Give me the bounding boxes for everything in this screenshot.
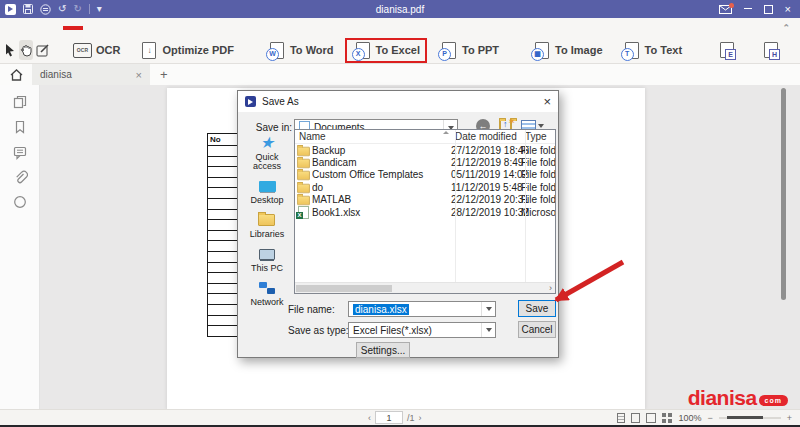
place-item[interactable]: This PC	[251, 246, 283, 273]
menu-item[interactable]	[143, 26, 163, 30]
menu-item[interactable]	[103, 26, 123, 30]
select-tool-button[interactable]	[3, 40, 16, 60]
convert-button[interactable]: X To Excel	[345, 38, 427, 63]
ocr-button[interactable]: OCR OCR	[66, 39, 127, 62]
save-as-type-combobox[interactable]: Excel Files(*.xlsx)	[348, 322, 496, 338]
column-header-type[interactable]: Type	[525, 131, 555, 142]
two-page-view-icon[interactable]	[646, 413, 656, 423]
dropdown-caret-icon	[538, 124, 544, 128]
convert-format-button[interactable]: R	[795, 38, 800, 62]
titlebar-separator	[89, 4, 90, 14]
table-row	[208, 294, 238, 305]
minimize-button[interactable]	[744, 8, 752, 9]
tab-close-icon[interactable]: ×	[136, 69, 142, 81]
zoom-slider[interactable]	[719, 417, 781, 419]
zoom-slider-fill[interactable]	[727, 416, 763, 419]
save-file-icon[interactable]	[23, 4, 33, 14]
table-row	[208, 210, 238, 221]
notification-dot	[729, 3, 734, 8]
comments-panel-icon[interactable]	[12, 144, 28, 160]
pdfelement-logo-icon	[5, 4, 16, 15]
convert-format-button[interactable]: E	[707, 38, 747, 62]
file-row[interactable]: Bandicam 21/12/2019 8:49 File folder	[295, 156, 555, 168]
file-type-icon	[295, 181, 312, 194]
new-tab-button[interactable]: +	[160, 67, 168, 82]
place-item[interactable]: Desktop	[250, 178, 283, 205]
close-window-button[interactable]: ×	[785, 4, 791, 15]
convert-format-icon: H	[764, 42, 778, 58]
settings-button[interactable]: Settings...	[356, 342, 410, 358]
hand-tool-button[interactable]	[19, 40, 33, 60]
convert-button[interactable]: T To Text	[614, 38, 689, 63]
file-row[interactable]: do 11/12/2019 5:48 File folder	[295, 181, 555, 193]
menu-item[interactable]	[43, 26, 63, 30]
messages-envelope-icon[interactable]	[719, 5, 732, 14]
scroll-right-arrow-icon[interactable]: ›	[549, 284, 555, 293]
file-name-input[interactable]: dianisa.xlsx	[348, 301, 496, 317]
place-item[interactable]: ★ Quick access	[241, 135, 293, 171]
table-row	[208, 263, 238, 274]
page-number-input[interactable]: 1	[375, 411, 403, 424]
menu-item[interactable]	[163, 26, 183, 30]
collapse-toolbar-chevron-icon[interactable]: ⌃	[782, 23, 790, 33]
cancel-button[interactable]: Cancel	[518, 321, 556, 338]
bookmarks-panel-icon[interactable]	[12, 119, 28, 135]
column-divider[interactable]	[455, 130, 456, 283]
file-row[interactable]: MATLAB 22/12/2019 20:31 File folder	[295, 194, 555, 206]
attachments-panel-icon[interactable]	[12, 169, 28, 185]
menu-item[interactable]	[63, 26, 83, 30]
previous-page-arrow-icon[interactable]: ‹	[368, 413, 371, 423]
home-icon[interactable]	[10, 69, 23, 81]
dialog-title: Save As	[262, 96, 299, 107]
convert-page-icon: W	[270, 42, 284, 59]
restore-button[interactable]	[764, 5, 773, 14]
horizontal-scrollbar[interactable]: ›	[295, 282, 555, 293]
zoom-in-button[interactable]: +	[787, 413, 792, 423]
menu-item[interactable]	[83, 26, 103, 30]
menu-item[interactable]	[123, 26, 143, 30]
table-row	[208, 231, 238, 242]
redo-icon[interactable]: ↻	[73, 4, 81, 14]
edit-tool-button[interactable]	[36, 40, 50, 60]
tab-label: dianisa	[40, 69, 136, 80]
four-page-view-icon[interactable]	[662, 413, 672, 423]
file-list: Name Date modified Type Backup 27/12/201…	[294, 129, 556, 294]
column-header-date[interactable]: Date modified	[455, 131, 525, 142]
menu-item[interactable]	[203, 26, 223, 30]
convert-format-button[interactable]: H	[751, 38, 791, 62]
place-item[interactable]: Network	[250, 280, 283, 307]
save-button[interactable]: Save	[518, 300, 556, 317]
zoom-level-value[interactable]: 100%	[678, 413, 701, 423]
column-header-name[interactable]: Name	[295, 131, 455, 142]
tab-dianisa[interactable]: dianisa ×	[32, 64, 150, 85]
file-row[interactable]: Custom Office Templates 05/11/2019 14:02…	[295, 169, 555, 181]
table-row	[208, 146, 238, 157]
convert-format-icon: E	[720, 42, 734, 58]
thumbnails-panel-icon[interactable]	[12, 94, 28, 110]
undo-icon[interactable]: ↺	[58, 4, 66, 14]
menu-item[interactable]	[183, 26, 203, 30]
column-divider[interactable]	[525, 130, 526, 283]
convert-button[interactable]: ▦ To Image	[524, 38, 609, 63]
continuous-view-icon[interactable]	[631, 413, 640, 423]
vertical-scrollbar-thumb[interactable]	[781, 88, 786, 300]
next-page-arrow-icon[interactable]: ›	[419, 413, 422, 423]
menu-item[interactable]	[3, 26, 23, 30]
dialog-close-icon[interactable]: ×	[543, 95, 551, 108]
convert-button[interactable]: P To PPT	[431, 38, 506, 63]
customize-quick-toolbar-chevron-icon[interactable]: ▾	[97, 4, 102, 14]
file-row[interactable]: Book1.xlsx 28/12/2019 10:32 Microsoft	[295, 206, 555, 218]
file-name-value: dianisa.xlsx	[353, 304, 409, 315]
place-item[interactable]: Libraries	[250, 212, 285, 239]
file-row[interactable]: Backup 27/12/2019 18:46 File folder	[295, 144, 555, 156]
page-navigation: ‹ 1 /1 ›	[368, 410, 422, 425]
horizontal-scrollbar-thumb[interactable]	[296, 285, 392, 292]
menu-item[interactable]	[23, 26, 43, 30]
print-icon[interactable]	[40, 4, 51, 15]
convert-button[interactable]: W To Word	[259, 38, 341, 63]
table-row	[208, 220, 238, 231]
optimize-pdf-button[interactable]: ↓ Optimize PDF	[131, 38, 241, 63]
single-page-view-icon[interactable]	[617, 413, 625, 423]
search-panel-icon[interactable]	[12, 194, 28, 210]
zoom-out-button[interactable]: −	[707, 413, 712, 423]
